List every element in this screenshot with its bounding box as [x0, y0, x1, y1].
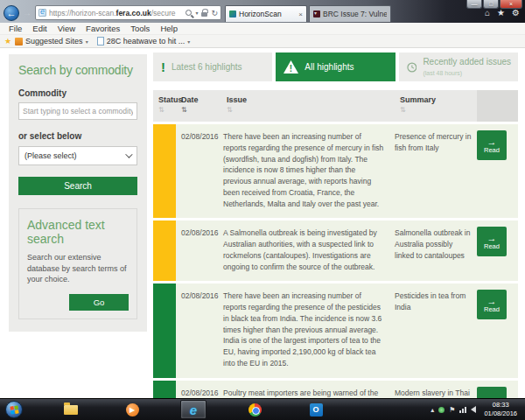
issue-date: 02/08/2016	[176, 381, 221, 399]
outlook-icon: O	[310, 403, 323, 416]
refresh-icon[interactable]: ↻	[211, 9, 218, 18]
sort-icon[interactable]: ⇅	[158, 106, 176, 114]
table-row: 02/08/2016 There have been an increasing…	[153, 124, 518, 218]
menu-bar: File Edit View Favorites Tools Help	[0, 23, 525, 35]
read-button[interactable]: →Read	[477, 227, 507, 256]
suggested-sites-caret-icon[interactable]: ▾	[86, 38, 88, 45]
sort-icon[interactable]: ⇅	[227, 106, 395, 114]
read-button[interactable]: →Read	[477, 387, 507, 399]
issue-summary: Salmonella outbreak in Australia possibl…	[395, 220, 477, 281]
tab-recently-added-issues[interactable]: Recently added issues (last 48 hours)	[399, 52, 518, 81]
home-icon[interactable]: ⌂	[485, 8, 490, 18]
status-badge	[153, 284, 176, 377]
suggested-sites-icon	[15, 38, 23, 46]
issue-text: There have been an increasing number of …	[221, 124, 395, 218]
column-header-read	[477, 90, 518, 122]
read-button[interactable]: →Read	[477, 130, 507, 160]
browser-tab-horizonscan[interactable]: HorizonScan ×	[225, 5, 307, 22]
read-button[interactable]: →Read	[477, 290, 507, 319]
address-dropdown-caret-icon[interactable]: ▾	[195, 10, 198, 16]
action-center-flag-icon[interactable]: ⚑	[449, 406, 455, 414]
commodity-select[interactable]: (Please select)	[18, 146, 137, 165]
commodity-search-sidebar: Search by commodity Commodity or select …	[9, 54, 147, 332]
advanced-text-search-panel: Advanced text search Search our extensiv…	[18, 208, 137, 319]
address-bar[interactable]: https://horizon-scan.fera.co.uk/secure ▾…	[35, 5, 221, 20]
heatwave-caret-icon[interactable]: ▾	[187, 38, 190, 45]
commodity-input[interactable]	[18, 102, 137, 120]
menu-favorites[interactable]: Favorites	[80, 24, 125, 33]
highlights-tabs: ! Latest 6 highlights ! All highlights	[153, 52, 518, 81]
menu-file[interactable]: File	[4, 24, 27, 33]
column-header-status[interactable]: Status⇅	[153, 90, 176, 122]
antivirus-status-icon[interactable]	[438, 407, 444, 413]
search-icon[interactable]	[186, 10, 192, 16]
menu-tools[interactable]: Tools	[125, 24, 155, 33]
arrow-right-icon: →	[487, 392, 497, 398]
internet-explorer-icon: e	[190, 402, 197, 417]
settings-gear-icon[interactable]: ⚙	[512, 8, 520, 18]
close-tab-icon[interactable]: ×	[298, 10, 303, 18]
start-button[interactable]	[5, 401, 23, 418]
sort-icon[interactable]: ⇅	[181, 106, 221, 114]
table-row: 02/08/2016 There have been an increasing…	[153, 284, 518, 377]
column-header-summary[interactable]: Summary⇅	[395, 90, 477, 122]
media-player-icon: ▶	[126, 403, 139, 416]
search-button[interactable]: Search	[18, 177, 137, 195]
table-row: 02/08/2016 A Salmonella outbreak is bein…	[153, 220, 518, 281]
issue-summary: Presence of mercury in fish from Italy	[395, 124, 477, 218]
taskbar-media-player[interactable]: ▶	[119, 400, 145, 419]
warning-triangle-icon: !	[284, 60, 298, 74]
hidden-icons-arrow-icon[interactable]: ▴	[430, 406, 434, 414]
forward-button[interactable]: →	[21, 8, 33, 18]
clock-icon	[407, 60, 417, 74]
menu-view[interactable]: View	[52, 24, 80, 33]
go-button[interactable]: Go	[69, 294, 129, 311]
tab-strip: HorizonScan × BRC Issue 7: Vulnerability…	[225, 4, 393, 22]
issue-date: 02/08/2016	[176, 220, 221, 281]
clock-time: 08:33	[484, 401, 517, 410]
taskbar-outlook[interactable]: O	[303, 400, 329, 419]
horizonscan-favicon	[229, 10, 236, 18]
issue-summary: Pesticides in tea from India	[395, 284, 477, 377]
screen: — □ × ← → https://horizon-scan.fera.co.u…	[0, 0, 525, 420]
page-favicon	[38, 9, 46, 17]
column-header-issue[interactable]: Issue⇅	[221, 90, 395, 122]
windows-logo-icon	[10, 405, 18, 414]
tab-latest-6-highlights[interactable]: ! Latest 6 highlights	[153, 52, 272, 81]
security-lock-icon[interactable]	[201, 12, 207, 17]
brc-favicon	[313, 10, 320, 18]
taskbar-internet-explorer[interactable]: e	[180, 400, 206, 419]
sort-icon[interactable]: ⇅	[400, 106, 477, 114]
heatwave-bookmark-icon	[97, 37, 104, 46]
search-by-commodity-heading: Search by commodity	[18, 63, 137, 77]
issue-summary: Modern slavery in Thai poultry farms	[395, 381, 477, 399]
table-row: 02/08/2016 Poultry meat importers are be…	[153, 381, 518, 399]
heatwave-bookmark-link[interactable]: 28C heatwave to hit ...	[107, 37, 186, 46]
issue-date: 02/08/2016	[176, 124, 221, 218]
menu-edit[interactable]: Edit	[27, 24, 52, 33]
tab-all-highlights[interactable]: ! All highlights	[276, 52, 395, 81]
svg-text:!: !	[290, 64, 292, 74]
taskbar-clock[interactable]: 08:33 01/08/2016	[480, 401, 521, 418]
chrome-icon	[248, 403, 262, 416]
taskbar-explorer[interactable]	[58, 400, 84, 419]
page-content: Search by commodity Commodity or select …	[0, 48, 525, 398]
back-button[interactable]: ←	[4, 5, 19, 21]
navigation-bar: ← → https://horizon-scan.fera.co.uk/secu…	[0, 4, 525, 22]
advanced-text-search-heading: Advanced text search	[27, 218, 129, 246]
advanced-text-search-description: Search our extensive database by search …	[27, 252, 129, 285]
suggested-sites-link[interactable]: Suggested Sites	[25, 37, 83, 46]
taskbar-chrome[interactable]	[242, 400, 268, 419]
favorites-star-icon[interactable]: ★	[497, 8, 505, 18]
issue-text: There have been an increasing number of …	[221, 284, 395, 377]
volume-icon[interactable]	[471, 406, 476, 413]
column-header-date[interactable]: Date⇅	[176, 90, 221, 122]
menu-help[interactable]: Help	[155, 24, 183, 33]
folder-icon	[64, 405, 78, 415]
network-icon[interactable]	[459, 407, 466, 413]
issue-text: A Salmonella outbreak is being investiga…	[221, 220, 395, 281]
windows-taskbar: ▶ e O ▴ ⚑ 08:33 01/08/2016	[0, 398, 525, 420]
browser-titlebar: — □ × ← → https://horizon-scan.fera.co.u…	[0, 0, 525, 23]
favorites-add-star-icon[interactable]: ★	[4, 37, 11, 46]
browser-tab-brc[interactable]: BRC Issue 7: Vulnerability Asse...	[309, 5, 391, 22]
